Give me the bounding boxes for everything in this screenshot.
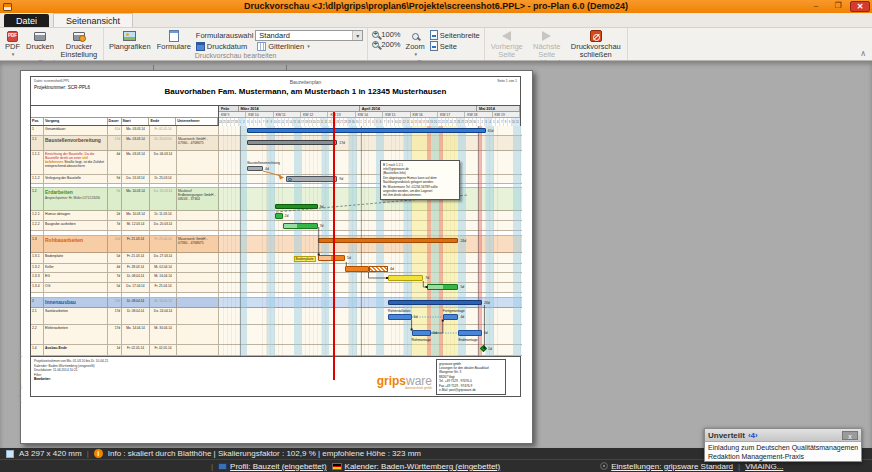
table-row: 1.4Ausbau-Ende1dFr. 02.05.14Fr. 02.05.14 [31,345,522,356]
table-column-headers: PosVorgangDauerStartEndeUnternehmer [31,117,218,125]
zoom-100-button[interactable]: 100% [372,30,400,39]
project-number: Projektnummer: SCR-PPL6 [34,85,151,90]
table-row: 1.3.2Keller4dFr. 28.03.14Mi. 02.04.14 [31,264,522,273]
arrow-right-icon [542,31,551,41]
collapse-ribbon-icon[interactable]: ∧ [860,49,866,58]
table-row: 1.2.2Baugrube ausheben7dMi. 12.03.14Do. … [31,221,522,231]
page-format-icon [6,450,14,458]
doc-type: Bauzeitenplan [151,79,460,85]
table-row: 1.3.3EG7dDi. 08.04.14Mi. 16.04.14 [31,273,522,283]
timeline-header: PosVorgangDauerStartEndeUnternehmer Febr… [31,106,520,126]
kalender-link[interactable]: Kalender: Baden-Württemberg (eingebettet… [332,462,501,471]
druckdatum-icon [196,42,205,51]
group-bearbeiten: Plangrafiken Formulare Formularauswahl S… [104,28,368,60]
group-drucken: PDF PDF▾ Drucken Drucker Einstellung Dru… [0,28,104,60]
printer-settings-button[interactable]: Drucker Einstellung [57,29,101,59]
page-number: Seite 1 von 1 [460,77,520,105]
week-cell: KW 14 [356,112,383,117]
week-cell: KW 19 [493,112,520,117]
einstellungen-link[interactable]: Einstellungen: gripsware Standard [600,462,733,471]
maximize-button[interactable]: ❐ [828,1,848,12]
seite-icon [430,41,438,51]
preview-page: pro-Plan • gripsware datentechnik gmbh D… [20,70,533,444]
zoom-100-icon [372,31,379,38]
plangrafiken-button[interactable]: Plangrafiken [106,29,154,52]
week-cell: KW 9 [219,112,246,117]
formulare-icon [169,30,179,42]
printer-settings-icon [73,32,85,41]
notification-item[interactable]: Einladung zum Deutschen Qualitätsmanagem… [708,443,858,452]
plan-header: Datei: screenshot6.PPL Projektnummer: SC… [31,77,520,106]
notification-popup: Unverteilt ‹4› x Einladung zum Deutschen… [704,428,862,462]
table-row: 2.1Sanitärarbeiten17dDi. 08.04.14Do. 24.… [31,308,522,325]
seitenbreite-button[interactable]: Seitenbreite [430,30,480,40]
vorherige-seite-button[interactable]: Vorherige Seite [487,29,527,59]
day-row: 2425262728123456789101112131415161718192… [219,118,520,126]
minimize-button[interactable]: – [806,1,826,12]
group-label-bearbeiten: Druckvorschau bearbeiten [106,52,365,60]
tab-datei[interactable]: Datei [4,14,49,27]
table-row: 1.1Baustellenvorbereitung17dMo. 03.03.14… [31,136,522,151]
formularauswahl-select[interactable]: Standard▾ [255,30,363,41]
formulare-button[interactable]: Formulare [154,29,194,52]
zoom-200-icon [372,41,379,48]
info-icon: i [94,449,103,458]
gitterlinien-icon [257,42,266,51]
seite-button[interactable]: Seite [430,41,480,51]
plan-body: 1Gesamtdauer61dMo. 03.03.14Fr. 02.05.141… [31,126,522,356]
table-row: 1.3.1Bodenplatte5dFr. 21.03.14Do. 27.03.… [31,253,522,264]
druckdatum-toggle[interactable]: Druckdatum [207,42,247,51]
month-cell: März 2014 [239,106,360,111]
table-row: 1.1.2Verlegung der Baustelle9dDo. 13.03.… [31,175,522,184]
file-label: Datei: screenshot6.PPL [34,79,151,83]
week-cell: KW 15 [383,112,410,117]
table-row: 1Gesamtdauer61dMo. 03.03.14Fr. 02.05.14 [31,126,522,136]
page-side-note: pro-Plan • gripsware datentechnik gmbh [18,350,22,403]
print-button[interactable]: Drucken [23,29,57,52]
week-cell: KW 13 [328,112,355,117]
gitterlinien-dropdown[interactable]: ▾ [307,42,310,51]
notification-close-button[interactable]: x [842,431,858,440]
print-preview-area[interactable]: pro-Plan • gripsware datentechnik gmbh D… [0,61,872,448]
table-row: 1.2ErdarbeitenAnsprechpartner: Hr. Mülle… [31,188,522,211]
seitenbreite-icon [430,30,438,40]
notification-item[interactable]: Redaktion Management-Praxis [708,452,858,461]
group-vorschau: Vorherige Seite Nächste Seite Druckvorsc… [485,28,628,60]
close-preview-icon [590,30,602,42]
ribbon: PDF PDF▾ Drucken Drucker Einstellung Dru… [0,28,872,61]
scaling-info: Info : skaliert durch Blatthöhe | Skalie… [108,449,421,458]
arrow-left-icon [502,31,511,41]
gripsware-logo: gripsware datentechnik gmbh [377,375,432,391]
plan-sheet: Datei: screenshot6.PPL Projektnummer: SC… [30,76,521,397]
naechste-seite-button[interactable]: Nächste Seite [527,29,567,59]
week-cell: KW 16 [411,112,438,117]
zoom-button[interactable]: Zoom▾ [403,29,428,59]
table-row: 1.2.1Humus abtragen2dMo. 10.03.14Di. 11.… [31,211,522,221]
zoom-200-button[interactable]: 200% [372,40,400,49]
column-header: Pos [31,118,44,125]
pdf-icon: PDF [7,31,18,42]
formularauswahl-label: Formularauswahl [196,31,254,40]
chevron-down-icon: ▾ [352,31,362,40]
footer-bearbeiter: Bearbeiter: [34,377,261,382]
pdf-button[interactable]: PDF PDF▾ [2,29,23,59]
address-line: e-Mail: post@gripsware.de [439,388,503,392]
company-address-box: gripsware gmbhLösungen für den idealen B… [436,359,506,395]
druckvorschau-schliessen-button[interactable]: Druckvorschau schließen [567,29,625,59]
close-button[interactable]: ✕ [850,1,870,12]
profil-link[interactable]: Profil: Bauzeit (eingebettet) [218,462,327,471]
gear-icon [600,462,608,470]
day-cell: 11 [516,118,520,126]
week-cell: KW 11 [274,112,301,117]
gitterlinien-toggle[interactable]: Gitterlinien [268,42,304,51]
month-cell: Mai 2014 [477,106,520,111]
ribbon-tabs: Datei Seitenansicht [0,13,872,28]
table-row: 2.2Elektroarbeiten17dMo. 14.04.14Mi. 30.… [31,325,522,345]
table-row: 1.3.4OG5dDo. 17.04.14Fr. 25.04.14 [31,283,522,293]
profil-icon [218,463,227,470]
week-cell: KW 18 [465,112,492,117]
month-cell: April 2014 [360,106,477,111]
group-zoom: 100% 200% Zoom▾ Seitenbreite Seite Zoom [368,28,484,60]
printer-icon [34,32,46,41]
tab-seitenansicht[interactable]: Seitenansicht [53,13,133,27]
